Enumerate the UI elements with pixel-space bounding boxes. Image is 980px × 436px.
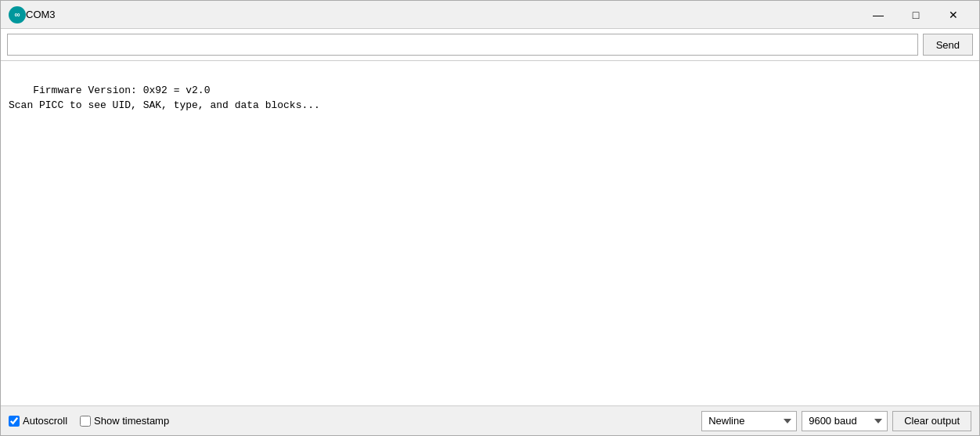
window-controls: — □ ✕ [860, 3, 971, 27]
status-right: No line ending Newline Carriage return B… [701, 411, 971, 431]
close-button[interactable]: ✕ [935, 3, 971, 27]
input-row: Send [1, 29, 979, 61]
newline-select[interactable]: No line ending Newline Carriage return B… [701, 411, 797, 431]
output-text: Firmware Version: 0x92 = v2.0 Scan PICC … [9, 85, 320, 112]
serial-input[interactable] [7, 34, 918, 56]
clear-output-button[interactable]: Clear output [892, 411, 971, 431]
timestamp-text: Show timestamp [94, 415, 169, 427]
timestamp-checkbox[interactable] [80, 416, 91, 427]
arduino-logo: ∞ [9, 6, 26, 23]
send-button[interactable]: Send [923, 34, 973, 56]
autoscroll-checkbox[interactable] [9, 416, 20, 427]
minimize-button[interactable]: — [860, 3, 896, 27]
autoscroll-text: Autoscroll [23, 415, 67, 427]
timestamp-label[interactable]: Show timestamp [80, 415, 169, 427]
status-bar: Autoscroll Show timestamp No line ending… [1, 405, 979, 435]
baud-select[interactable]: 300 baud 1200 baud 2400 baud 4800 baud 9… [802, 411, 888, 431]
arduino-logo-text: ∞ [14, 11, 20, 19]
window-title: COM3 [26, 9, 860, 20]
output-area: Firmware Version: 0x92 = v2.0 Scan PICC … [1, 61, 979, 405]
title-bar: ∞ COM3 — □ ✕ [1, 1, 979, 29]
maximize-button[interactable]: □ [898, 3, 934, 27]
status-left: Autoscroll Show timestamp [9, 415, 689, 427]
autoscroll-label[interactable]: Autoscroll [9, 415, 67, 427]
serial-monitor-window: ∞ COM3 — □ ✕ Send Firmware Version: 0x92… [0, 0, 980, 436]
